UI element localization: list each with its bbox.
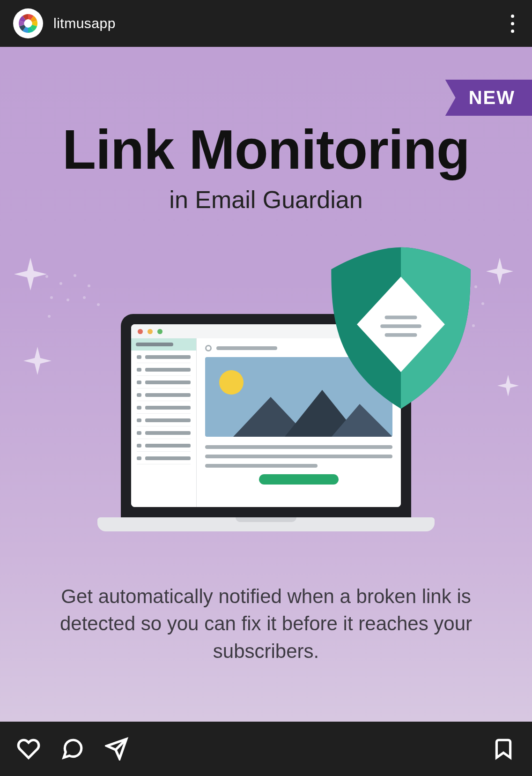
dots-decoration <box>42 272 108 328</box>
like-icon[interactable] <box>17 737 40 761</box>
title-block: Link Monitoring in Email Guardian <box>0 47 532 214</box>
new-badge: NEW <box>445 80 532 116</box>
svg-point-14 <box>481 302 484 305</box>
svg-point-8 <box>48 315 51 318</box>
username[interactable]: litmusapp <box>53 15 116 31</box>
avatar-logo-icon <box>17 12 39 35</box>
post-title: Link Monitoring <box>0 122 532 177</box>
more-options-icon[interactable] <box>511 15 519 33</box>
header-left: litmusapp <box>13 8 116 38</box>
post-description: Get automatically notified when a broken… <box>0 583 532 665</box>
bookmark-icon[interactable] <box>492 737 515 761</box>
share-icon[interactable] <box>105 737 128 761</box>
svg-rect-24 <box>385 333 417 337</box>
comment-icon[interactable] <box>61 737 84 761</box>
svg-point-3 <box>88 284 90 287</box>
svg-point-2 <box>74 274 76 277</box>
svg-point-0 <box>45 275 48 278</box>
sparkle-icon <box>23 347 52 375</box>
svg-point-1 <box>59 282 62 285</box>
post-header: litmusapp <box>0 0 532 47</box>
svg-point-6 <box>83 296 86 299</box>
avatar[interactable] <box>13 8 43 38</box>
post-actions <box>0 722 532 776</box>
post-image[interactable]: NEW Link Monitoring in Email Guardian <box>0 47 532 722</box>
svg-point-4 <box>50 296 53 299</box>
shield-icon <box>326 244 476 412</box>
sparkle-icon <box>497 375 519 396</box>
post-subtitle: in Email Guardian <box>0 186 532 214</box>
svg-point-5 <box>66 298 69 301</box>
svg-point-7 <box>97 303 100 306</box>
svg-rect-23 <box>380 324 421 328</box>
svg-rect-22 <box>385 315 417 319</box>
